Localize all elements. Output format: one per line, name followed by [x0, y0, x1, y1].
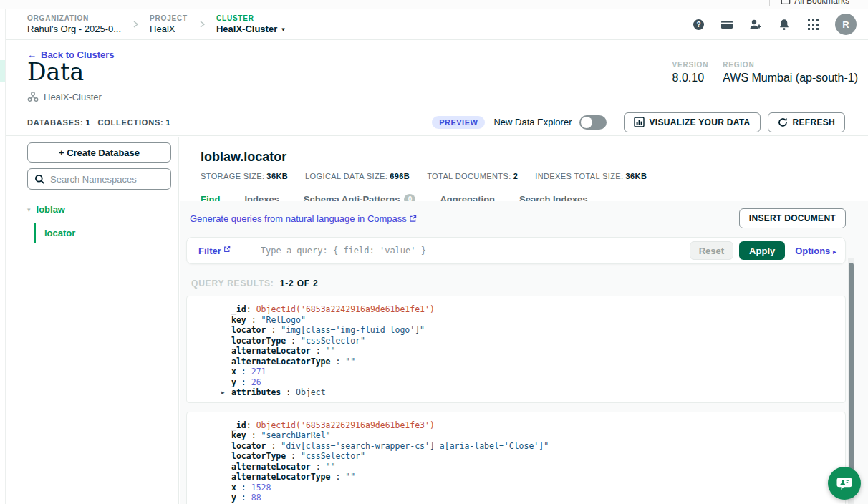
field-separator: : — [286, 336, 301, 346]
query-results-count: 1-2 OF 2 — [280, 278, 319, 289]
collection-name[interactable]: locator — [44, 228, 75, 238]
org-label: ORGANIZATION — [27, 14, 121, 22]
field-value: "cssSelector" — [301, 336, 365, 346]
breadcrumb-project[interactable]: PROJECT HealX — [150, 14, 188, 34]
all-bookmarks-button[interactable]: All Bookmarks — [769, 0, 849, 6]
version-value: 8.0.10 — [672, 72, 709, 84]
notifications-bell-icon[interactable] — [778, 18, 791, 31]
field-key: locatorType — [231, 451, 286, 461]
database-name[interactable]: loblaw — [37, 204, 65, 215]
expand-arrow-icon[interactable]: ▸ — [221, 387, 225, 398]
chevron-right-icon — [198, 19, 206, 29]
new-data-explorer-label: New Data Explorer — [493, 117, 572, 127]
cluster-icon — [27, 91, 39, 102]
field-value: 88 — [251, 493, 261, 503]
field-key: alternateLocatorType — [231, 472, 330, 482]
field-value: 271 — [251, 367, 266, 377]
options-button[interactable]: Options ▸ — [795, 246, 836, 256]
field-separator: : — [266, 441, 281, 451]
page-header: ← Back to Clusters Data HealX-Cluster VE… — [6, 41, 868, 109]
generate-queries-label: Generate queries from natural language i… — [190, 213, 407, 224]
project-label: PROJECT — [150, 14, 188, 22]
scrollbar-thumb[interactable] — [849, 263, 854, 498]
field-key: locator — [231, 325, 266, 335]
visualize-data-button[interactable]: VISUALIZE YOUR DATA — [624, 112, 761, 132]
field-key: attributes — [231, 387, 281, 397]
field-separator: : — [246, 304, 256, 314]
version-label: VERSION — [672, 61, 709, 69]
collapse-caret-icon[interactable]: ▾ — [27, 206, 31, 213]
field-separator: : — [266, 325, 281, 335]
field-separator: : — [330, 472, 345, 482]
field-value: "cssSelector" — [301, 451, 365, 461]
insert-document-button[interactable]: INSERT DOCUMENT — [739, 208, 846, 228]
query-filter-input[interactable] — [261, 246, 690, 256]
page-title: Data — [27, 58, 84, 86]
field-separator: : — [236, 377, 251, 387]
namespace-search[interactable] — [27, 168, 171, 190]
invite-user-icon[interactable] — [749, 18, 762, 31]
indexes-total-size-stat: INDEXES TOTAL SIZE:36KB — [535, 172, 647, 180]
collections-count: COLLECTIONS:1 — [97, 118, 170, 127]
field-key: alternateLocatorType — [231, 357, 330, 367]
document-field-row: locator : "div[class='search-wrapper-cs'… — [187, 441, 845, 452]
apply-button[interactable]: Apply — [739, 241, 785, 260]
field-value: "searchBarRel" — [261, 430, 331, 440]
billing-icon[interactable] — [720, 18, 733, 31]
cluster-value[interactable]: HealX-Cluster — [216, 24, 277, 34]
field-key: _id — [231, 420, 246, 430]
bar-chart-icon — [634, 117, 645, 127]
chat-bubble-icon — [836, 475, 853, 492]
filter-bar: Filter Reset Apply Options ▸ — [186, 237, 846, 264]
left-rail — [0, 9, 6, 504]
create-database-button[interactable]: + Create Database — [27, 142, 171, 163]
field-key: key — [231, 430, 246, 440]
field-separator: : — [236, 483, 251, 493]
namespace-search-input[interactable] — [50, 174, 164, 185]
reset-button[interactable]: Reset — [690, 241, 733, 260]
cluster-name: HealX-Cluster — [44, 92, 102, 102]
document-field-row: _id: ObjectId('6853a2242916a9de61be1fe1'… — [187, 304, 845, 315]
filter-link[interactable]: Filter — [198, 246, 231, 256]
field-value: "RelLogo" — [261, 315, 306, 325]
generate-queries-link[interactable]: Generate queries from natural language i… — [190, 213, 417, 224]
field-key: locatorType — [231, 336, 286, 346]
project-value[interactable]: HealX — [150, 24, 188, 34]
chevron-down-icon[interactable]: ▾ — [281, 26, 285, 33]
refresh-button[interactable]: REFRESH — [768, 112, 845, 132]
document-field-row: x : 271 — [187, 367, 845, 377]
field-key: _id — [231, 304, 246, 314]
breadcrumb-cluster[interactable]: CLUSTER HealX-Cluster ▾ — [216, 14, 285, 34]
field-value: ObjectId('6853a2262916a9de61be1fe3') — [256, 420, 435, 430]
cluster-label: CLUSTER — [216, 14, 285, 22]
document-field-row: _id: ObjectId('6853a2262916a9de61be1fe3'… — [187, 420, 845, 431]
org-value[interactable]: Rahul's Org - 2025-0... — [27, 24, 121, 34]
collection-item-locator[interactable]: locator — [34, 223, 171, 243]
region-value: AWS Mumbai (ap-south-1) — [723, 72, 858, 84]
filter-label: Filter — [198, 246, 221, 256]
database-item-loblaw[interactable]: ▾ loblaw — [27, 204, 171, 215]
document-field-row: alternateLocatorType : "" — [187, 357, 845, 367]
apps-grid-icon[interactable] — [806, 18, 819, 31]
chat-button[interactable] — [828, 467, 861, 500]
bookmarks-label: All Bookmarks — [794, 0, 849, 6]
document-card[interactable]: _id: ObjectId('6853a2242916a9de61be1fe1'… — [186, 296, 846, 403]
field-value: Object — [296, 387, 326, 397]
logical-data-size-stat: LOGICAL DATA SIZE:696B — [305, 172, 410, 180]
region-label: REGION — [723, 61, 858, 69]
document-field-row: ▸attributes : Object — [187, 387, 845, 398]
new-data-explorer-toggle[interactable] — [579, 115, 607, 130]
visualize-label: VISUALIZE YOUR DATA — [650, 117, 751, 127]
document-field-row: key : "RelLogo" — [187, 315, 845, 326]
user-avatar[interactable]: R — [835, 14, 857, 35]
field-separator: : — [246, 420, 256, 430]
breadcrumb-organization[interactable]: ORGANIZATION Rahul's Org - 2025-0... — [27, 14, 121, 34]
field-value: "" — [326, 462, 336, 472]
document-card[interactable]: _id: ObjectId('6853a2262916a9de61be1fe3'… — [186, 412, 846, 504]
query-results-header: QUERY RESULTS: 1-2 OF 2 — [180, 264, 868, 296]
field-key: y — [231, 377, 236, 387]
help-icon[interactable]: ? — [692, 18, 705, 31]
external-link-icon — [223, 246, 231, 253]
stats-bar: DATABASES:1 COLLECTIONS:1 PREVIEW New Da… — [6, 109, 868, 136]
browser-chrome-fragment: All Bookmarks — [0, 0, 868, 9]
